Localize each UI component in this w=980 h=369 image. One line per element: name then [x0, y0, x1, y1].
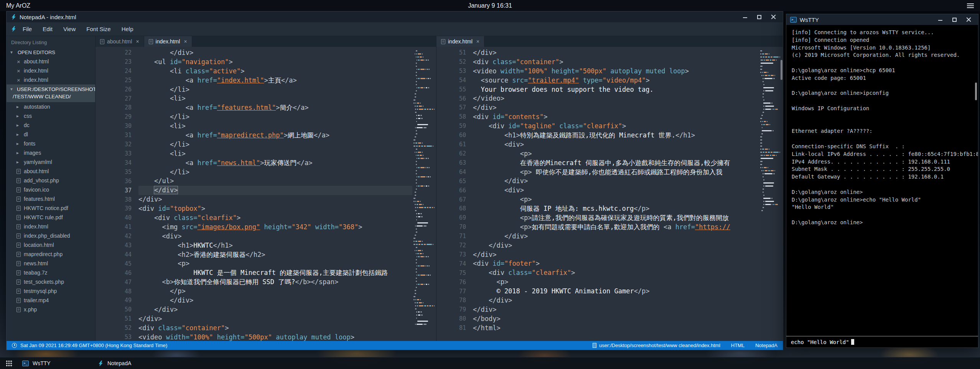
menu-help[interactable]: Help [116, 23, 139, 35]
code-line[interactable]: <div class="container"> [473, 58, 759, 67]
scrollbar-thumb[interactable] [975, 83, 977, 100]
folder-item[interactable]: ▸css [7, 111, 95, 121]
file-item[interactable]: trailer.mp4 [7, 296, 95, 305]
code-line[interactable]: <div id="footer"> [473, 259, 759, 268]
folder-item[interactable]: ▸fonts [7, 139, 95, 148]
app-launcher-button[interactable] [0, 357, 18, 369]
code-line[interactable]: HKWTC 是一個 Minecraft 的建築伺服器,主要建築計劃包括鐵路 [138, 268, 412, 278]
terminal-input[interactable]: echo "Hello World" [786, 336, 978, 347]
close-icon[interactable]: × [136, 38, 139, 45]
code-line[interactable]: <div class="clearfix"> [473, 268, 759, 278]
open-editors-section[interactable]: ▾ OPEN EDITORS [7, 48, 95, 57]
code-line[interactable]: </p> [138, 287, 412, 296]
file-item[interactable]: testmysql.php [7, 286, 95, 296]
status-language-mode[interactable]: HTML [731, 343, 744, 348]
scrollbar-thumb[interactable] [781, 60, 782, 80]
code-line[interactable]: <div id="tagline" class="clearfix"> [473, 122, 759, 131]
code-line[interactable]: <a href="index.html">主頁</a> [138, 76, 412, 85]
code-editor[interactable]: </div><div class="container"><video widt… [473, 47, 759, 341]
code-line[interactable]: <li> [138, 94, 412, 103]
code-line[interactable]: <p> 即使你不是建築師,你也能透過紅石師或鐵路工程師的身份加入我 [473, 168, 759, 177]
open-editor-item[interactable]: ×index.html [7, 66, 95, 75]
code-line[interactable]: </div> [138, 195, 412, 204]
code-line[interactable]: </video> [473, 94, 759, 103]
file-item[interactable]: x.php [7, 305, 95, 314]
notepada-titlebar[interactable]: NotepadA - index.html [7, 12, 783, 22]
close-button[interactable] [771, 15, 776, 20]
minimize-button[interactable] [743, 15, 748, 20]
code-line[interactable]: <p> [473, 278, 759, 287]
tree-root-folder[interactable]: ▾ USER:/DESKTOP/SCREENSHOT /TEST/WWW CLE… [7, 84, 95, 102]
open-editor-item[interactable]: ×about.html [7, 57, 95, 66]
close-icon[interactable]: × [16, 58, 21, 65]
tab-index.html[interactable]: index.html× [436, 36, 484, 47]
menu-font-size[interactable]: Font Size [81, 23, 116, 35]
code-line[interactable]: <video width="100%" height="500px" autop… [138, 333, 412, 341]
close-icon[interactable]: × [16, 68, 21, 74]
code-line[interactable]: <p> [138, 259, 412, 268]
tab-about.html[interactable]: about.html× [96, 36, 144, 47]
file-item[interactable]: about.html [7, 167, 95, 176]
folder-item[interactable]: ▸images [7, 148, 95, 157]
menu-file[interactable]: File [17, 23, 37, 35]
code-line[interactable]: <h1>特別為建築及鐵路而設,現代化的 Minecraft 世界.</h1> [473, 131, 759, 140]
menu-edit[interactable]: Edit [37, 23, 58, 35]
code-line[interactable]: </div> [138, 296, 412, 305]
file-item[interactable]: mapredirect.php [7, 250, 95, 259]
terminal-output[interactable]: [info] Connecting to arozos WsTTY servic… [786, 25, 978, 336]
close-button[interactable] [966, 17, 971, 22]
code-line[interactable]: <li> [138, 149, 412, 159]
code-line[interactable]: </div> [473, 177, 759, 186]
tab-index.html[interactable]: index.html× [144, 36, 192, 47]
code-line[interactable]: </div> [473, 250, 759, 260]
code-line[interactable]: </div> [138, 186, 412, 195]
code-line[interactable]: </li> [138, 113, 412, 122]
code-line[interactable]: <div> [473, 140, 759, 149]
code-line[interactable]: </li> [138, 85, 412, 94]
code-line[interactable]: <h1>HKWTC</h1> [138, 241, 412, 250]
code-line[interactable]: </div> [473, 48, 759, 58]
code-line[interactable]: <ul id="navigation"> [138, 58, 412, 67]
file-item[interactable]: favicon.ico [7, 185, 95, 194]
code-line[interactable]: <b>你知道我們全條伺服器已轉用 SSD 了嗎?</b></span> [138, 278, 412, 287]
code-line[interactable]: </div> [473, 296, 759, 305]
code-line[interactable]: </li> [138, 168, 412, 177]
code-line[interactable]: </html> [473, 324, 759, 333]
file-item[interactable]: news.html [7, 259, 95, 268]
code-line[interactable]: </div> [138, 48, 412, 58]
code-line[interactable]: <div id="contents"> [473, 113, 759, 122]
code-line[interactable]: <h2>香港的建築伺服器</h2> [138, 250, 412, 260]
code-line[interactable]: 伺服器 IP 地址為: mcs.hkwtc.org</p> [473, 204, 759, 213]
minimize-button[interactable] [938, 17, 943, 22]
code-line[interactable]: <div class="clearfix"> [138, 213, 412, 223]
maximize-button[interactable] [757, 15, 762, 20]
code-line[interactable]: </div> [473, 305, 759, 314]
folder-item[interactable]: ▸dc [7, 121, 95, 130]
minimap[interactable] [759, 47, 783, 341]
code-line[interactable]: <p> [473, 149, 759, 159]
file-item[interactable]: add_vhost.php [7, 176, 95, 185]
code-line[interactable]: 在香港的Minecraft 伺服器中,多為小遊戲和純生存的伺服器,較少擁有 [473, 159, 759, 168]
code-line[interactable]: <div class="container"> [138, 324, 412, 333]
code-line[interactable]: <a href="news.html">玩家傳送門</a> [138, 159, 412, 168]
code-line[interactable]: <div id="topbox"> [138, 204, 412, 213]
code-line[interactable]: <p> [473, 195, 759, 204]
code-line[interactable]: </div> [473, 241, 759, 250]
file-item[interactable]: index.html [7, 222, 95, 231]
close-icon[interactable]: × [184, 38, 187, 45]
code-line[interactable]: <p>如有問題或需要申請白名單,歡迎加入我們的 <a href="https:/… [473, 223, 759, 232]
file-item[interactable]: test_sockets.php [7, 277, 95, 286]
code-line[interactable]: <img src="images/box.png" height="342" w… [138, 223, 412, 232]
code-line[interactable]: <a href="mapredirect.php">網上地圖</a> [138, 131, 412, 140]
code-line[interactable]: <a href="features.html">簡介</a> [138, 103, 412, 113]
file-item[interactable]: teabag.7z [7, 268, 95, 277]
wstty-titlebar[interactable]: >_ WsTTY [786, 14, 978, 25]
close-icon[interactable]: × [476, 38, 479, 45]
code-line[interactable]: </li> [138, 140, 412, 149]
file-item[interactable]: features.html [7, 194, 95, 204]
code-line[interactable]: </div> [473, 103, 759, 113]
folder-item[interactable]: ▸dl [7, 130, 95, 139]
code-line[interactable]: <li> [138, 122, 412, 131]
status-file-path[interactable]: user:/Desktop/screenshot/test/www cleane… [599, 343, 720, 348]
code-line[interactable]: <p>請注意,我們的伺服器為確保玩家及遊玩時的質素,我們對的服務開放 [473, 213, 759, 223]
